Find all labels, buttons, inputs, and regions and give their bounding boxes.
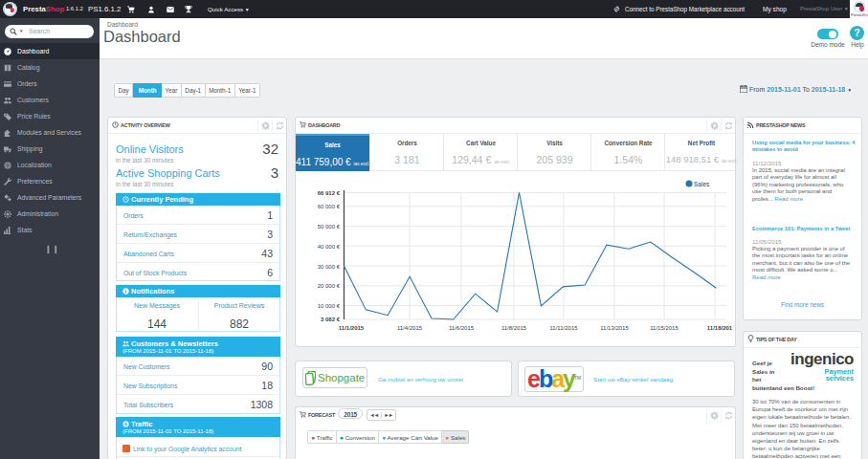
- svg-text:11/6/2015: 11/6/2015: [449, 325, 475, 331]
- svg-text:10 000 €: 10 000 €: [318, 303, 341, 309]
- svg-text:50 000 €: 50 000 €: [318, 224, 341, 230]
- svg-text:11/13/2015: 11/13/2015: [600, 325, 629, 331]
- svg-text:66 912 €: 66 912 €: [318, 190, 341, 196]
- svg-text:3 082 €: 3 082 €: [321, 317, 341, 322]
- svg-text:11/8/2015: 11/8/2015: [501, 325, 527, 331]
- svg-text:11/1/2015: 11/1/2015: [339, 325, 365, 331]
- svg-text:11/4/2015: 11/4/2015: [397, 325, 423, 331]
- svg-text:60 000 €: 60 000 €: [318, 204, 341, 209]
- svg-text:40 000 €: 40 000 €: [318, 244, 341, 250]
- svg-text:11/18/201: 11/18/201: [707, 325, 733, 331]
- svg-text:30 000 €: 30 000 €: [318, 264, 341, 270]
- svg-text:Sales: Sales: [694, 181, 710, 187]
- svg-text:11/11/2015: 11/11/2015: [549, 325, 578, 331]
- svg-text:11/15/2015: 11/15/2015: [650, 325, 679, 331]
- svg-text:20 000 €: 20 000 €: [318, 283, 341, 289]
